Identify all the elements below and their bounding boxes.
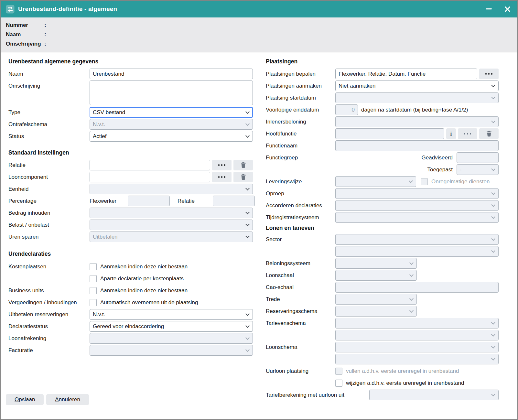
hoofdfunctie-input <box>335 128 444 139</box>
declaratiestatus-select[interactable]: Gereed voor eindaccordering <box>90 321 253 332</box>
bedrag-inhouden-select[interactable] <box>90 208 253 218</box>
close-button[interactable] <box>503 5 512 14</box>
ontrafelschema-select: N.v.t. <box>90 119 253 130</box>
relatie-clear-button[interactable] <box>233 160 253 170</box>
kostenplaatsen-aanmaken-checkbox[interactable] <box>90 263 97 270</box>
hoofdfunctie-lookup-button[interactable] <box>458 128 477 139</box>
type-select[interactable]: CSV bestand <box>90 107 253 118</box>
eenheid-label: Eenheid <box>8 186 90 192</box>
uren-sparen-select: Uitbetalen <box>90 232 253 242</box>
uurloon-vullen-label: vullen a.d.h.v. eerste urenregel in uren… <box>346 368 459 374</box>
ellipsis-icon <box>218 164 226 166</box>
loonschaal-select <box>335 270 417 281</box>
tarievenschema-secondary-select <box>335 330 499 340</box>
declaratiestatus-value: Gereed voor eindaccordering <box>93 323 164 330</box>
chevron-down-icon <box>245 122 250 126</box>
chevron-down-icon <box>491 356 495 361</box>
cancel-accesskey: A <box>55 396 59 403</box>
percentage-relatie-label: Relatie <box>178 198 205 204</box>
tarievenschema-select <box>335 318 499 328</box>
left-column: Urenbestand algemene gegevens Naam Omsch… <box>8 52 253 357</box>
uitbetalen-reserveringen-value: N.v.t. <box>93 311 105 318</box>
chevron-down-icon <box>245 110 250 114</box>
chevron-down-icon <box>491 320 495 325</box>
toegepast-select: - <box>457 164 499 175</box>
functienaam-input <box>335 140 499 151</box>
plaatsingen-aanmaken-select[interactable]: Niet aanmaken <box>335 81 499 91</box>
hoofdfunctie-clear-button[interactable] <box>479 128 499 139</box>
chevron-down-icon <box>491 392 495 396</box>
business-units-aanmaken-label: Aanmaken indien deze niet bestaan <box>100 287 188 294</box>
reserveringsschema-select <box>335 306 417 317</box>
uitbetalen-reserveringen-select[interactable]: N.v.t. <box>90 309 253 320</box>
onregelmatige-diensten-label: Onregelmatige diensten <box>431 178 490 185</box>
accorderen-declaraties-select <box>335 200 499 211</box>
eenheid-select[interactable] <box>90 184 253 194</box>
relatie-lookup-button[interactable] <box>212 160 232 170</box>
oproep-label: Oproep <box>266 190 335 197</box>
looncomponent-lookup-button[interactable] <box>212 172 232 182</box>
accorderen-declaraties-label: Accorderen declaraties <box>266 202 335 209</box>
onregelmatige-diensten-checkbox <box>421 178 428 185</box>
minimize-icon <box>486 8 492 10</box>
window-title: Urenbestand-definitie - algemeen <box>18 5 117 13</box>
aparte-declaratie-checkbox[interactable] <box>90 275 97 282</box>
section-plaatsingen: Plaatsingen <box>266 58 499 65</box>
status-value: Actief <box>93 133 107 140</box>
section-lonen-en-tarieven: Lonen en tarieven <box>266 225 499 232</box>
loonschaal-label: Loonschaal <box>266 272 335 279</box>
section-standaard-instellingen: Standaard instellingen <box>8 149 253 156</box>
section-urendeclaraties: Urendeclaraties <box>8 251 253 257</box>
status-select[interactable]: Actief <box>90 131 253 142</box>
hoofdfunctie-label: Hoofdfunctie <box>266 131 335 137</box>
toegepast-value: - <box>460 167 462 173</box>
plaatsingen-bepalen-lookup-button[interactable] <box>479 69 499 79</box>
cao-schaal-input <box>335 282 499 293</box>
loonschema-select <box>335 342 499 352</box>
minimize-button[interactable] <box>484 6 494 12</box>
looncomponent-input[interactable] <box>90 172 210 182</box>
chevron-down-icon <box>491 203 495 207</box>
close-icon <box>505 6 510 12</box>
ellipsis-icon <box>464 133 471 135</box>
info-icon: i <box>450 131 452 137</box>
facturatie-label: Facturatie <box>8 347 90 354</box>
business-units-aanmaken-checkbox[interactable] <box>90 287 97 294</box>
functienaam-label: Functienaam <box>266 143 335 149</box>
uurloon-vullen-checkbox <box>335 368 342 375</box>
chevron-down-icon <box>245 324 250 328</box>
belast-onbelast-select[interactable] <box>90 220 253 230</box>
sector-select <box>335 234 499 245</box>
beloningssysteem-select <box>335 258 417 269</box>
chevron-down-icon <box>491 215 495 219</box>
header-nummer-label: Nummer <box>6 22 44 28</box>
vergoedingen-overnemen-checkbox[interactable] <box>90 299 97 306</box>
cancel-button[interactable]: Annuleren <box>46 394 89 405</box>
leveringswijze-label: Leveringswijze <box>266 178 335 185</box>
uurloon-wijzigen-checkbox[interactable] <box>335 380 342 387</box>
uitbetalen-reserveringen-label: Uitbetalen reserveringen <box>8 311 90 318</box>
relatie-input[interactable] <box>90 160 210 170</box>
kostenplaatsen-aanmaken-label: Aanmaken indien deze niet bestaan <box>100 264 188 270</box>
omschrijving-textarea[interactable] <box>90 81 253 105</box>
plaatsing-startdatum-label: Plaatsing startdatum <box>266 95 335 101</box>
looncomponent-clear-button[interactable] <box>233 172 253 182</box>
beloningssysteem-label: Beloningssysteem <box>266 260 335 267</box>
voorlopige-einddatum-input <box>335 104 358 115</box>
ellipsis-icon <box>218 176 226 178</box>
loonafrekening-label: Loonafrekening <box>8 335 90 342</box>
aparte-declaratie-label: Aparte declaratie per kostenplaats <box>100 275 184 282</box>
reserveringsschema-label: Reserveringsschema <box>266 308 335 315</box>
chevron-down-icon <box>409 179 413 183</box>
plaatsingen-bepalen-input[interactable] <box>335 69 477 79</box>
oproep-select <box>335 188 499 199</box>
tijdregistratiesysteem-label: Tijdregistratiesysteem <box>266 214 335 221</box>
percentage-label: Percentage <box>8 198 90 204</box>
hoofdfunctie-info-button[interactable]: i <box>446 128 456 139</box>
naam-input[interactable] <box>90 69 253 79</box>
inlenersbeloning-select <box>335 116 499 127</box>
uren-sparen-label: Uren sparen <box>8 234 90 240</box>
save-button[interactable]: Opslaan <box>6 394 44 405</box>
voorlopige-einddatum-suffix: dagen na startdatum (bij beding+fase A/1… <box>361 107 468 113</box>
chevron-down-icon <box>491 191 495 195</box>
